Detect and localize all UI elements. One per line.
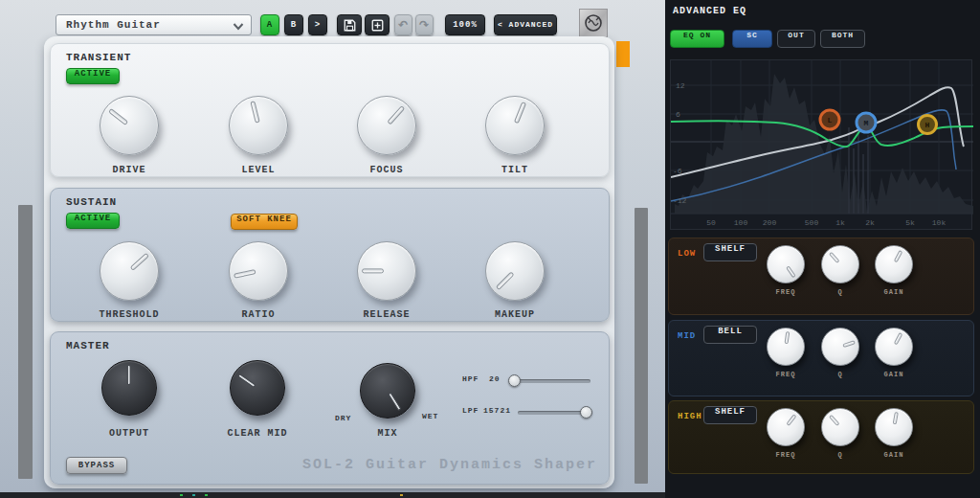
chevron-down-icon (233, 23, 244, 31)
threshold-knob[interactable] (100, 241, 159, 301)
svg-text:L: L (828, 116, 833, 124)
sustain-section: SUSTAIN ACTIVE SOFT KNEE THRESHOLD RATIO… (50, 188, 610, 322)
status-dot (400, 494, 403, 496)
low-gain-label: GAIN (856, 288, 932, 296)
eq-marker-high[interactable]: H (919, 116, 937, 134)
sustain-title: SUSTAIN (66, 196, 117, 208)
resize-grip[interactable] (616, 41, 630, 67)
svg-text:6: 6 (676, 110, 680, 119)
advanced-eq-panel: ADVANCED EQ EQ ON SC OUT BOTH (665, 0, 980, 498)
mix-knob-pointer (350, 353, 424, 427)
mid-q-knob[interactable] (821, 328, 859, 366)
add-preset-button[interactable] (365, 14, 390, 35)
transient-title: TRANSIENT (66, 52, 131, 63)
svg-text:5k: 5k (905, 218, 915, 227)
slot-b-button[interactable]: B (284, 14, 303, 35)
mid-gain-knob[interactable] (875, 328, 913, 366)
eq-graph[interactable]: L M H 12 6 -6 -12 50 100 (670, 59, 972, 230)
eq-band-low: LOW SHELF FREQ Q GAIN (668, 238, 974, 315)
slot-a-button[interactable]: A (260, 14, 279, 35)
hpf-slider-handle[interactable] (508, 374, 521, 387)
svg-text:2k: 2k (865, 218, 875, 227)
dry-label: DRY (335, 414, 351, 422)
eq-marker-low[interactable]: L (820, 110, 839, 129)
output-knob-pointer (102, 361, 156, 415)
high-shelf-mode-button[interactable]: SHELF (703, 406, 757, 424)
save-preset-button[interactable] (337, 14, 362, 35)
redo-button[interactable]: ↷ (415, 14, 434, 35)
svg-text:12: 12 (676, 81, 685, 90)
eq-on-button[interactable]: EQ ON (670, 30, 724, 48)
right-scrollbar-thumb[interactable] (635, 208, 648, 484)
master-title: MASTER (66, 340, 110, 351)
low-shelf-mode-button[interactable]: SHELF (703, 243, 757, 261)
lpf-slider-handle[interactable] (580, 406, 592, 419)
release-knob-pointer (358, 242, 415, 300)
plugin-window: Rhythm Guitar A B > ↶ ↷ 100% < ADVANCED (0, 0, 980, 498)
eq-band-mid: MID BELL FREQ Q GAIN (668, 320, 974, 396)
ratio-knob[interactable] (229, 241, 288, 301)
advanced-toggle-button[interactable]: < ADVANCED (494, 14, 557, 35)
release-knob-label: RELEASE (329, 309, 444, 320)
spectrum-analyzer (675, 74, 973, 214)
focus-knob-pointer (346, 85, 428, 167)
low-freq-knob[interactable] (767, 245, 805, 283)
zoom-level-button[interactable]: 100% (445, 14, 485, 35)
focus-knob[interactable] (357, 96, 416, 155)
eq-marker-mid[interactable]: M (857, 113, 876, 132)
mid-gain-label: GAIN (856, 371, 932, 378)
svg-text:-6: -6 (673, 167, 682, 175)
level-knob[interactable] (229, 96, 288, 155)
transient-active-button[interactable]: ACTIVE (66, 68, 120, 84)
high-q-knob[interactable] (821, 408, 859, 446)
sc-button[interactable]: SC (732, 30, 772, 48)
clear-mid-knob-pointer (220, 351, 295, 425)
drive-knob-label: DRIVE (72, 165, 187, 175)
mix-knob-label: MIX (330, 428, 445, 439)
drive-knob-pointer (89, 85, 169, 166)
high-band-label: HIGH (678, 412, 702, 421)
mix-knob[interactable] (360, 363, 415, 419)
mid-bell-mode-button[interactable]: BELL (703, 326, 757, 344)
tilt-knob-label: TILT (457, 165, 572, 175)
left-scrollbar-thumb[interactable] (18, 205, 33, 479)
slot-copy-button[interactable]: > (308, 14, 327, 35)
bypass-button[interactable]: BYPASS (66, 457, 127, 474)
low-band-label: LOW (678, 249, 696, 259)
preset-select[interactable]: Rhythm Guitar (56, 14, 252, 35)
both-button[interactable]: BOTH (820, 30, 865, 48)
hpf-slider-track[interactable] (512, 379, 590, 383)
makeup-knob[interactable] (485, 241, 545, 301)
mid-freq-knob[interactable] (767, 328, 805, 366)
drive-knob[interactable] (100, 96, 159, 155)
undo-button[interactable]: ↶ (394, 14, 412, 35)
soft-knee-button[interactable]: SOFT KNEE (231, 214, 298, 230)
preset-selected-value: Rhythm Guitar (66, 19, 161, 31)
focus-knob-label: FOCUS (329, 165, 444, 175)
level-knob-pointer (224, 91, 294, 161)
status-dot (205, 494, 208, 496)
high-gain-knob[interactable] (875, 408, 913, 446)
eq-band-high: HIGH SHELF FREQ Q GAIN (668, 400, 974, 474)
low-gain-knob[interactable] (875, 245, 913, 283)
tilt-knob-pointer (478, 88, 552, 163)
output-knob[interactable] (101, 360, 157, 416)
high-freq-knob[interactable] (767, 408, 805, 446)
lpf-label: LPF (462, 406, 479, 415)
release-knob[interactable] (357, 241, 416, 301)
svg-text:50: 50 (706, 218, 716, 227)
threshold-knob-label: THRESHOLD (72, 309, 187, 320)
high-gain-label: GAIN (856, 451, 932, 459)
out-button[interactable]: OUT (777, 30, 815, 48)
level-knob-label: LEVEL (201, 165, 316, 175)
bottom-edge (0, 492, 665, 498)
low-q-knob[interactable] (821, 245, 859, 283)
status-dot (180, 494, 183, 496)
sustain-active-button[interactable]: ACTIVE (66, 213, 120, 229)
tilt-knob[interactable] (485, 96, 545, 155)
svg-text:M: M (864, 119, 869, 127)
svg-text:10k: 10k (932, 218, 947, 227)
plus-icon (370, 18, 385, 33)
clear-mid-knob[interactable] (230, 360, 285, 416)
master-section: MASTER OUTPUT CLEAR MID DRY WET MIX HPF … (50, 331, 610, 485)
